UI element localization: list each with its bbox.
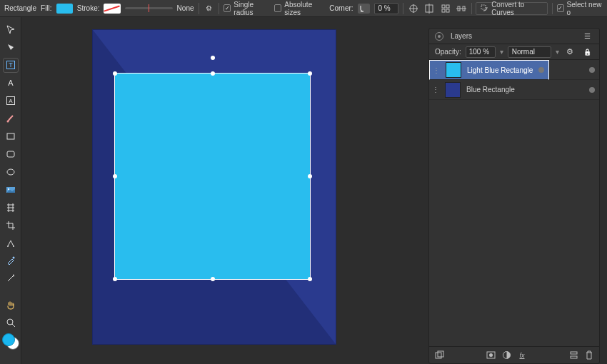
layer-name: Dark Blue Triangle bbox=[466, 66, 525, 74]
opacity-field[interactable]: 100 % bbox=[466, 46, 496, 58]
convert-to-curves-button[interactable]: Convert to Curves bbox=[476, 2, 547, 15]
button-label: Convert to Curves bbox=[491, 1, 543, 16]
svg-text:T: T bbox=[9, 61, 13, 69]
crop-tool[interactable] bbox=[4, 218, 18, 232]
svg-text:A: A bbox=[9, 98, 13, 104]
ellipse-tool[interactable] bbox=[4, 165, 18, 178]
checkbox-label: Absolute sizes bbox=[284, 1, 325, 16]
duplicate-layer-icon[interactable] bbox=[433, 350, 445, 361]
divider bbox=[219, 3, 219, 14]
distribute-icon[interactable] bbox=[456, 2, 467, 15]
svg-rect-40 bbox=[571, 352, 577, 354]
layer-thumbnail bbox=[445, 82, 461, 98]
svg-rect-12 bbox=[481, 5, 486, 9]
stroke-swatch[interactable] bbox=[104, 4, 120, 14]
divider bbox=[552, 3, 553, 14]
text-frame-tool[interactable]: A bbox=[4, 94, 18, 108]
tool-spacer bbox=[4, 290, 18, 294]
stroke-label: Stroke: bbox=[77, 4, 100, 12]
rectangle-tool[interactable] bbox=[4, 130, 18, 143]
blend-stepper-icon[interactable]: ▾ bbox=[556, 48, 559, 56]
checkbox-check-icon: ✓ bbox=[557, 4, 564, 12]
artistic-text-tool[interactable]: A bbox=[4, 76, 18, 90]
convert-curves-icon bbox=[481, 4, 488, 13]
adjustment-icon[interactable] bbox=[501, 350, 512, 361]
assets-tool[interactable] bbox=[4, 201, 18, 214]
fill-swatch[interactable] bbox=[56, 4, 73, 14]
svg-line-32 bbox=[8, 275, 14, 281]
drag-handle-icon[interactable]: K bbox=[432, 66, 439, 74]
checkbox-label: Select new o bbox=[567, 1, 603, 16]
svg-point-29 bbox=[7, 246, 9, 247]
snap-grid-icon[interactable] bbox=[439, 2, 451, 15]
divider bbox=[471, 3, 472, 14]
corner-value-field[interactable]: 0 % bbox=[374, 3, 398, 14]
gear-icon[interactable] bbox=[203, 2, 214, 15]
light-blue-rectangle-shape[interactable] bbox=[114, 73, 311, 280]
stroke-width-value: None bbox=[177, 4, 194, 12]
pan-tool[interactable] bbox=[4, 298, 18, 312]
checkbox-empty-icon bbox=[274, 4, 281, 12]
move-tool[interactable] bbox=[4, 23, 18, 36]
eyedropper-tool[interactable] bbox=[4, 254, 18, 268]
visibility-dot-icon[interactable] bbox=[589, 87, 595, 93]
place-image-tool[interactable] bbox=[4, 183, 18, 196]
right-panel-area: Layers ☰ Opacity: 100 % ▾ Normal ▾ ⋮Ligh… bbox=[421, 17, 607, 364]
svg-rect-36 bbox=[438, 351, 443, 357]
svg-rect-6 bbox=[446, 5, 449, 8]
transform-origin-icon[interactable] bbox=[423, 2, 435, 15]
panel-footer: fx bbox=[429, 346, 599, 363]
svg-rect-35 bbox=[436, 353, 441, 358]
layer-name: Blue Rectangle bbox=[466, 86, 515, 93]
zoom-tool[interactable] bbox=[4, 315, 18, 329]
svg-rect-8 bbox=[446, 9, 449, 12]
mask-icon[interactable] bbox=[485, 350, 496, 361]
svg-rect-41 bbox=[571, 356, 577, 358]
svg-point-31 bbox=[12, 257, 14, 259]
panel-header: Layers ☰ bbox=[429, 29, 599, 44]
wand-tool[interactable] bbox=[4, 272, 18, 285]
svg-rect-5 bbox=[442, 5, 445, 8]
drag-handle-icon[interactable]: ⋮ bbox=[432, 86, 439, 93]
single-radius-checkbox[interactable]: ✓ Single radius bbox=[224, 1, 270, 16]
merge-icon[interactable] bbox=[568, 350, 579, 361]
absolute-sizes-checkbox[interactable]: Absolute sizes bbox=[274, 1, 325, 16]
panel-menu-icon[interactable]: ☰ bbox=[581, 30, 593, 43]
layer-list[interactable]: ⋮Light Blue RectangleKDark Blue Triangle… bbox=[429, 60, 599, 346]
divider bbox=[403, 3, 403, 14]
rounded-rect-tool[interactable] bbox=[4, 147, 18, 161]
layer-row[interactable]: KDark Blue Triangle bbox=[429, 60, 599, 80]
blend-mode-dropdown[interactable]: Normal bbox=[508, 46, 551, 58]
node-tool[interactable] bbox=[4, 41, 18, 54]
gear-icon[interactable] bbox=[563, 46, 576, 59]
svg-point-21 bbox=[7, 169, 14, 175]
svg-rect-20 bbox=[7, 151, 14, 157]
fx-icon[interactable]: fx bbox=[516, 350, 528, 361]
svg-point-30 bbox=[13, 246, 14, 247]
opacity-stepper-icon[interactable]: ▾ bbox=[500, 48, 503, 56]
frame-text-tool[interactable]: T bbox=[4, 59, 18, 72]
corner-style-dropdown[interactable] bbox=[358, 4, 371, 14]
artboard[interactable] bbox=[93, 30, 336, 344]
brush-tool[interactable] bbox=[4, 112, 18, 126]
target-icon[interactable] bbox=[435, 32, 443, 41]
layers-panel: Layers ☰ Opacity: 100 % ▾ Normal ▾ ⋮Ligh… bbox=[428, 28, 600, 364]
svg-point-38 bbox=[489, 353, 493, 357]
layers-tab[interactable]: Layers bbox=[451, 32, 472, 40]
svg-point-33 bbox=[7, 319, 13, 325]
visibility-dot-icon[interactable] bbox=[589, 67, 595, 73]
layer-row[interactable]: ⋮Blue Rectangle bbox=[429, 80, 599, 100]
effects-tool[interactable] bbox=[4, 236, 18, 250]
svg-rect-19 bbox=[7, 133, 14, 139]
align-center-icon[interactable] bbox=[408, 2, 419, 15]
svg-text:A: A bbox=[8, 79, 14, 87]
select-new-checkbox[interactable]: ✓ Select new o bbox=[557, 1, 603, 16]
layer-thumbnail bbox=[445, 62, 461, 78]
svg-point-23 bbox=[8, 188, 9, 190]
color-indicator[interactable] bbox=[2, 333, 19, 350]
fill-label: Fill: bbox=[41, 4, 52, 12]
stroke-width-slider[interactable] bbox=[125, 7, 173, 9]
trash-icon[interactable] bbox=[583, 350, 595, 361]
lock-icon[interactable] bbox=[581, 46, 593, 59]
foreground-color-swatch[interactable] bbox=[2, 333, 15, 346]
